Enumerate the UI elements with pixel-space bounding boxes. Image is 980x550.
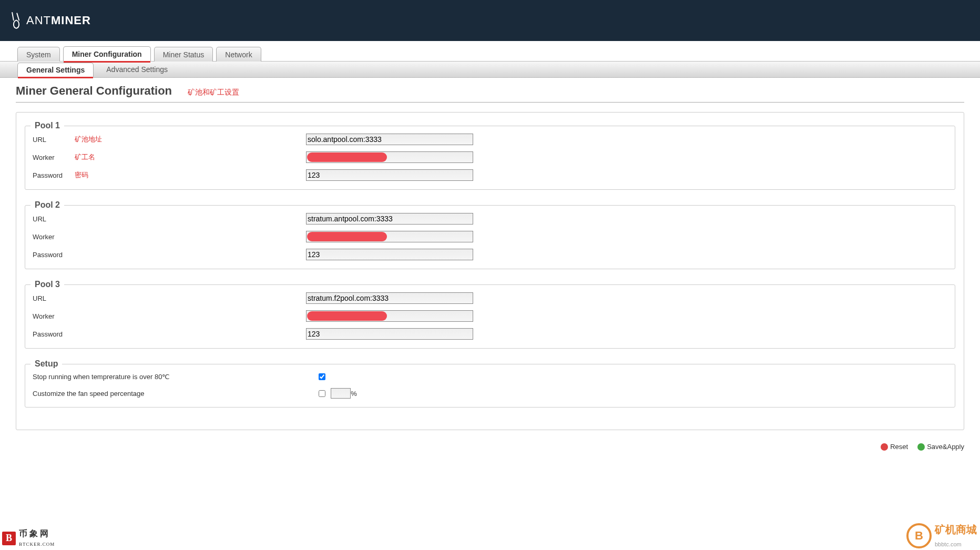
config-panel: Pool 1 URL 矿池地址 Worker 矿工名 Password 密码 P… xyxy=(16,112,964,430)
brand-text-b: MINER xyxy=(51,14,91,27)
save-icon xyxy=(917,443,925,451)
section-heading: Miner General Configuration 矿池和矿工设置 xyxy=(16,84,964,103)
pool3-legend: Pool 3 xyxy=(30,280,64,289)
pool2-worker-label: Worker xyxy=(33,233,75,241)
secondary-tabs: General Settings Advanced Settings xyxy=(0,61,980,78)
subtab-general-settings[interactable]: General Settings xyxy=(17,63,94,77)
pool3-password-input[interactable] xyxy=(306,328,473,340)
pool1-password-label: Password xyxy=(33,171,75,179)
redaction-mark xyxy=(307,232,387,241)
reset-button[interactable]: Reset xyxy=(881,443,908,451)
pool2-url-input[interactable] xyxy=(306,213,473,225)
redaction-mark xyxy=(307,152,387,162)
setup-legend: Setup xyxy=(30,359,62,369)
pool1-password-annot: 密码 xyxy=(75,170,306,180)
pool2-password-input[interactable] xyxy=(306,249,473,260)
fanspeed-input[interactable] xyxy=(331,388,351,399)
pool1-password-input[interactable] xyxy=(306,169,473,181)
highlight-underline xyxy=(18,77,93,78)
setup-fieldset: Setup Stop running when temprerature is … xyxy=(25,359,955,408)
redaction-mark xyxy=(307,311,387,321)
page-title: Miner General Configuration xyxy=(16,84,172,98)
pool3-fieldset: Pool 3 URL Worker Password xyxy=(25,280,955,349)
save-apply-button[interactable]: Save&Apply xyxy=(917,443,964,451)
fanspeed-suffix: % xyxy=(351,390,357,398)
stoptemp-label: Stop running when temprerature is over 8… xyxy=(33,373,317,381)
tab-miner-configuration[interactable]: Miner Configuration xyxy=(63,46,151,62)
pool2-url-label: URL xyxy=(33,215,75,223)
pool1-worker-label: Worker xyxy=(33,154,75,161)
pool2-password-label: Password xyxy=(33,251,75,259)
pool1-legend: Pool 1 xyxy=(30,121,64,130)
tab-network[interactable]: Network xyxy=(216,47,261,62)
stoptemp-checkbox[interactable] xyxy=(319,373,325,380)
pool3-password-label: Password xyxy=(33,330,75,338)
pool3-url-input[interactable] xyxy=(306,292,473,304)
pool2-fieldset: Pool 2 URL Worker Password xyxy=(25,200,955,269)
pool3-url-label: URL xyxy=(33,294,75,302)
main-content: Miner General Configuration 矿池和矿工设置 Pool… xyxy=(0,78,980,430)
pool1-url-input[interactable] xyxy=(306,134,473,145)
brand-text-a: ANT xyxy=(26,14,51,27)
tab-miner-status[interactable]: Miner Status xyxy=(154,47,213,62)
pool1-url-annot: 矿池地址 xyxy=(75,135,306,144)
primary-tabs: System Miner Configuration Miner Status … xyxy=(17,45,980,61)
fanspeed-label: Customize the fan speed percentage xyxy=(33,390,317,398)
subtab-advanced-settings[interactable]: Advanced Settings xyxy=(98,63,176,76)
pool1-url-label: URL xyxy=(33,136,75,144)
tab-system[interactable]: System xyxy=(17,47,60,62)
pool3-worker-label: Worker xyxy=(33,312,75,320)
pool2-legend: Pool 2 xyxy=(30,200,64,210)
footer-actions: Reset Save&Apply xyxy=(0,439,980,457)
pool1-fieldset: Pool 1 URL 矿池地址 Worker 矿工名 Password 密码 xyxy=(25,121,955,190)
reset-icon xyxy=(881,443,888,451)
app-header: ANTMINER xyxy=(0,0,980,41)
pool1-worker-annot: 矿工名 xyxy=(75,152,306,162)
antenna-icon xyxy=(9,11,23,30)
page-title-note: 矿池和矿工设置 xyxy=(188,88,239,97)
brand-logo: ANTMINER xyxy=(9,11,91,30)
fanspeed-checkbox[interactable] xyxy=(319,390,325,397)
